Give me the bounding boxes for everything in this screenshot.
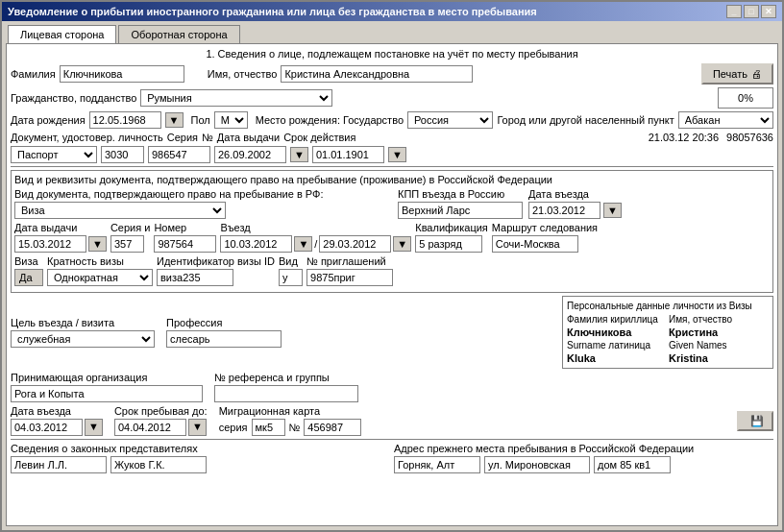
input-ima[interactable] xyxy=(281,65,473,83)
label-imya-kirill: Имя, отчество xyxy=(669,314,769,325)
label-viza: Виза xyxy=(14,255,43,267)
input-seriya-mk[interactable] xyxy=(252,419,285,436)
dropdown-vyd-icon[interactable]: ▼ xyxy=(290,147,308,162)
remember-button[interactable]: 💾 xyxy=(737,411,773,431)
tab-licevaya[interactable]: Лицевая сторона xyxy=(8,25,116,43)
label-professiya: Профессия xyxy=(166,317,282,328)
input-professiya[interactable] xyxy=(166,330,282,348)
row-doc: Документ, удостовер. личность Серия № Да… xyxy=(11,132,773,143)
label-vid: Вид xyxy=(279,255,303,267)
label-identifikator: Идентификатор визы ID xyxy=(157,255,275,267)
input-pred1[interactable] xyxy=(11,456,107,473)
tab-oborotnaya[interactable]: Оборотная сторона xyxy=(118,25,239,43)
label-adres-prev: Адрес прежнего места пребывания в Россий… xyxy=(394,443,773,454)
label-nomer2: Номер xyxy=(154,222,216,233)
input-seriya2[interactable] xyxy=(110,235,144,253)
personal-data-box: Персональные данные личности из Визы Фам… xyxy=(562,296,773,369)
input-identifikator[interactable] xyxy=(157,269,233,286)
print-label: Печать xyxy=(713,68,747,80)
timestamp: 21.03.12 20:36 xyxy=(649,132,719,143)
input-kvalif[interactable] xyxy=(415,235,482,253)
input-marshrut[interactable] xyxy=(492,235,578,253)
select-tsel[interactable]: служебная xyxy=(11,330,155,348)
input-adres2[interactable] xyxy=(484,456,590,473)
row-doc-values: Паспорт ▼ ▼ xyxy=(11,146,773,163)
label-mesto-rozhd: Место рождения: Государство xyxy=(256,114,404,126)
dropdown-vyd2-icon[interactable]: ▼ xyxy=(88,236,107,252)
select-grazhdanstvo[interactable]: Румыния xyxy=(140,89,332,107)
input-nomer-mk[interactable] xyxy=(304,419,361,436)
doc-id: 98057636 xyxy=(726,132,773,143)
label-gorod: Город или другой населенный пункт xyxy=(497,114,674,126)
label-kratnost: Кратность визы xyxy=(47,255,153,267)
input-data-vezda2[interactable] xyxy=(11,419,83,436)
print-button[interactable]: Печать 🖨 xyxy=(701,63,773,85)
save-icon: 💾 xyxy=(750,415,764,427)
label-fam-kirill: Фамилия кириллица xyxy=(567,314,667,325)
bottom-right: Адрес прежнего места пребывания в Россий… xyxy=(394,443,773,473)
minimize-button[interactable]: _ xyxy=(726,5,742,18)
label-nomer-prigl: № приглашений xyxy=(306,255,393,267)
input-ref[interactable] xyxy=(214,385,358,402)
input-srok-preb[interactable] xyxy=(114,419,186,436)
input-vid[interactable] xyxy=(279,269,303,286)
select-vid-doc[interactable]: Паспорт xyxy=(11,146,97,163)
dropdown-srok-icon[interactable]: ▼ xyxy=(188,419,207,436)
viza-value: Да xyxy=(14,269,43,286)
select-gorod[interactable]: Абакан xyxy=(678,111,773,129)
section-header: 1. Сведения о лице, подлежащем постановк… xyxy=(11,48,773,60)
printer-icon: 🖨 xyxy=(751,68,762,80)
label-vid-doc-prav: Вид документа, подтверждающего право на … xyxy=(14,188,386,200)
label-pol: Пол xyxy=(191,114,210,126)
input-vezd[interactable] xyxy=(220,235,292,253)
input-adres3[interactable] xyxy=(594,456,671,473)
input-data-rozhd[interactable] xyxy=(89,111,161,129)
label-data-vyd2: Дата выдачи xyxy=(14,222,107,233)
label-data-rozhd: Дата рождения xyxy=(11,114,86,126)
dropdown-srok-icon[interactable]: ▼ xyxy=(388,147,406,162)
input-vyezd[interactable] xyxy=(319,235,391,253)
progress-box: 0% xyxy=(718,87,773,109)
input-data-vezda[interactable] xyxy=(528,202,600,219)
label-srok-preb: Срок пребывая до: xyxy=(114,405,208,417)
label-ima: Имя, отчество xyxy=(208,68,278,80)
input-adres1[interactable] xyxy=(394,456,480,473)
row-birth: Дата рождения document.currentScript.pre… xyxy=(11,111,773,129)
input-pred2[interactable] xyxy=(110,456,207,473)
input-seriya[interactable] xyxy=(101,146,144,163)
input-familiya[interactable] xyxy=(60,65,184,83)
dropdown-vezda-icon[interactable]: ▼ xyxy=(603,203,622,218)
row-tsel: Цель въезда / визита служебная Профессия… xyxy=(11,296,773,369)
label-ref: № референса и группы xyxy=(214,372,358,383)
input-data-vyd[interactable] xyxy=(214,146,286,163)
input-org[interactable] xyxy=(11,385,203,402)
select-vid-doc-prav[interactable]: Виза xyxy=(14,202,226,219)
select-kratnost[interactable]: Однократная xyxy=(47,269,153,286)
dropdown-vezda2-icon[interactable]: ▼ xyxy=(85,419,103,436)
label-grazhdanstvo: Гражданство, подданство xyxy=(11,92,136,104)
label-kvalif: Квалификация xyxy=(415,222,488,233)
dropdown-vyezd-icon[interactable]: ▼ xyxy=(393,236,411,252)
label-nomer-mk: № xyxy=(289,422,301,433)
dropdown-birth-icon[interactable]: ▼ xyxy=(165,112,184,128)
row-grazhdanstvo: Гражданство, подданство Румыния 0% xyxy=(11,87,773,109)
window-title: Уведомление о прибытии иностранного граж… xyxy=(8,6,537,17)
label-familiya: Фамилия xyxy=(11,68,56,80)
input-nomer-prigl[interactable] xyxy=(306,269,393,286)
input-kpp[interactable] xyxy=(398,202,523,219)
input-nomer[interactable] xyxy=(148,146,210,163)
row-org: Принимающая организация № референса и гр… xyxy=(11,372,773,402)
dropdown-vezd-icon[interactable]: ▼ xyxy=(294,236,312,252)
title-buttons: _ □ ✕ xyxy=(726,5,776,18)
input-srok[interactable] xyxy=(312,146,384,163)
label-tsel: Цель въезда / визита xyxy=(11,317,155,328)
close-button[interactable]: ✕ xyxy=(761,5,776,18)
select-pol[interactable]: М xyxy=(214,111,248,129)
input-nomer2[interactable] xyxy=(154,235,216,253)
group-vid-rekvizity: Вид и реквизиты документа, подтверждающе… xyxy=(11,170,773,293)
row-visa: Виза Да Кратность визы Однократная Идент… xyxy=(14,255,770,286)
maximize-button[interactable]: □ xyxy=(744,5,759,18)
val-imya-kirill: Кристина xyxy=(669,326,769,338)
select-gosudarstvo[interactable]: Россия xyxy=(407,111,493,129)
input-data-vyd2[interactable] xyxy=(14,235,86,253)
